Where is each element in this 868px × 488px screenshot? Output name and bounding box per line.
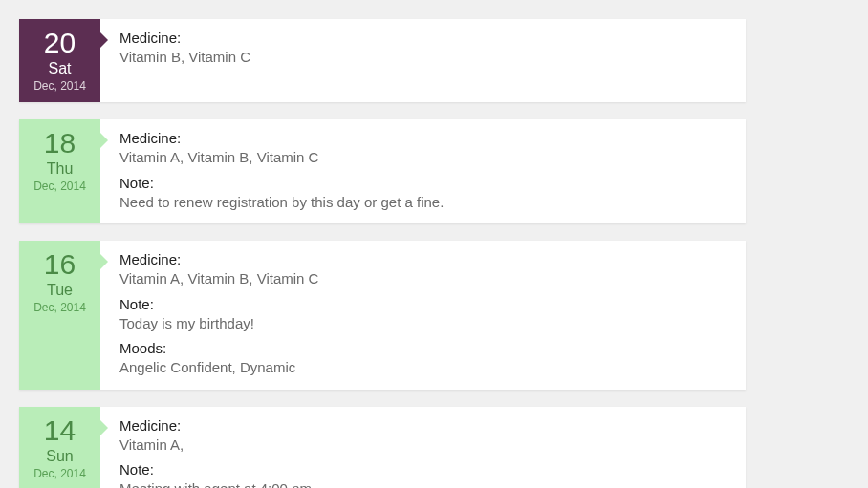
note-label: Note:: [119, 460, 730, 479]
date-badge: 20 Sat Dec, 2014: [19, 19, 100, 102]
note-value: Meeting with agent at 4:00 pm: [119, 479, 730, 488]
medicine-label: Medicine:: [119, 29, 730, 48]
date-month: Dec, 2014: [23, 467, 97, 480]
timeline-entry[interactable]: 18 Thu Dec, 2014 Medicine: Vitamin A, Vi…: [19, 119, 746, 223]
medicine-value: Vitamin B, Vitamin C: [119, 48, 730, 67]
medicine-label: Medicine:: [119, 129, 730, 148]
note-label: Note:: [119, 174, 730, 193]
moods-value: Angelic Confident, Dynamic: [119, 358, 730, 377]
medicine-value: Vitamin A, Vitamin B, Vitamin C: [119, 269, 730, 288]
timeline-entry[interactable]: 20 Sat Dec, 2014 Medicine: Vitamin B, Vi…: [19, 19, 746, 102]
date-badge: 18 Thu Dec, 2014: [19, 119, 100, 223]
timeline: 20 Sat Dec, 2014 Medicine: Vitamin B, Vi…: [19, 19, 746, 488]
entry-content: Medicine: Vitamin B, Vitamin C: [100, 19, 746, 102]
timeline-entry[interactable]: 14 Sun Dec, 2014 Medicine: Vitamin A, No…: [19, 407, 746, 489]
timeline-entry[interactable]: 16 Tue Dec, 2014 Medicine: Vitamin A, Vi…: [19, 241, 746, 390]
medicine-value: Vitamin A,: [119, 435, 730, 455]
date-dow: Sat: [23, 60, 97, 77]
entry-content: Medicine: Vitamin A, Vitamin B, Vitamin …: [100, 119, 746, 223]
medicine-value: Vitamin A, Vitamin B, Vitamin C: [119, 148, 730, 167]
date-day: 20: [23, 27, 97, 58]
date-dow: Thu: [23, 160, 97, 178]
entry-content: Medicine: Vitamin A, Note: Meeting with …: [100, 407, 746, 489]
date-month: Dec, 2014: [23, 180, 97, 193]
date-month: Dec, 2014: [23, 301, 97, 314]
date-month: Dec, 2014: [23, 79, 97, 93]
note-value: Today is my birthday!: [119, 314, 730, 333]
entry-content: Medicine: Vitamin A, Vitamin B, Vitamin …: [100, 241, 746, 390]
date-badge: 16 Tue Dec, 2014: [19, 241, 100, 390]
date-day: 14: [23, 414, 97, 446]
date-day: 18: [23, 127, 97, 159]
date-day: 16: [23, 248, 97, 280]
moods-label: Moods:: [119, 339, 730, 358]
note-label: Note:: [119, 295, 730, 314]
note-value: Need to renew registration by this day o…: [119, 193, 730, 212]
date-dow: Sun: [23, 448, 97, 465]
medicine-label: Medicine:: [119, 250, 730, 269]
date-dow: Tue: [23, 282, 97, 299]
date-badge: 14 Sun Dec, 2014: [19, 407, 100, 489]
medicine-label: Medicine:: [119, 416, 730, 435]
